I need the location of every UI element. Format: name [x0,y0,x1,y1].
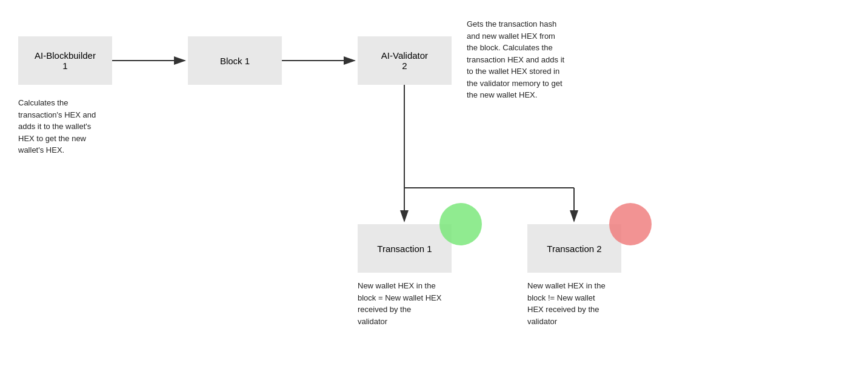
blockbuilder-box: AI-Blockbuilder 1 [18,36,112,85]
transaction2-label: Transaction 2 [547,244,601,254]
diagram-container: AI-Blockbuilder 1 Block 1 AI-Validator 2… [0,0,868,389]
validator-label: AI-Validator 2 [381,50,428,71]
transaction1-label: Transaction 1 [377,244,432,254]
red-circle [609,203,652,245]
validator-box: AI-Validator 2 [358,36,452,85]
green-circle [439,203,482,245]
validator-description: Gets the transaction hash and new wallet… [467,18,618,101]
block1-label: Block 1 [220,56,250,66]
transaction2-box: Transaction 2 [527,224,621,273]
transaction1-description: New wallet HEX in the block = New wallet… [358,280,467,327]
blockbuilder-description: Calculates the transaction's HEX and add… [18,97,139,156]
transaction1-box: Transaction 1 [358,224,452,273]
block1-box: Block 1 [188,36,282,85]
transaction2-description: New wallet HEX in the block != New walle… [527,280,636,327]
blockbuilder-label: AI-Blockbuilder 1 [35,50,96,71]
